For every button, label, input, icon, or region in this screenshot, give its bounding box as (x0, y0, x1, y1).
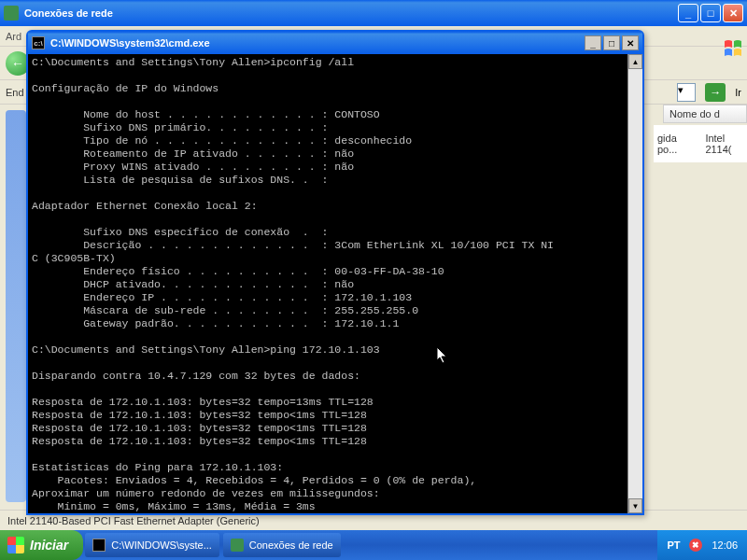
menu-file[interactable]: Ard (6, 31, 21, 42)
cmd-icon (92, 539, 106, 552)
minimize-button[interactable]: _ (678, 4, 698, 22)
error-icon[interactable]: ✖ (689, 539, 702, 552)
column-header-name[interactable]: Nome do d (663, 105, 747, 123)
address-dropdown[interactable]: ▾ (677, 83, 696, 102)
maximize-button[interactable]: □ (700, 4, 721, 22)
parent-titlebar[interactable]: Conexões de rede _ □ ✕ (0, 0, 747, 26)
taskbar-item-cmd[interactable]: C:\WINDOWS\syste... (85, 533, 219, 557)
clock[interactable]: 12:06 (712, 539, 738, 551)
cmd-title: C:\WINDOWS\system32\cmd.exe (50, 37, 210, 49)
close-button[interactable]: ✕ (723, 4, 743, 22)
cmd-titlebar[interactable]: c:\ C:\WINDOWS\system32\cmd.exe _ □ ✕ (28, 32, 642, 54)
scroll-up-button[interactable]: ▲ (628, 54, 642, 69)
windows-logo-icon (723, 39, 745, 58)
taskbar-item-network[interactable]: Conexões de rede (223, 533, 341, 557)
list-view[interactable]: gida po... Intel 2114( (654, 125, 747, 162)
cmd-maximize-button[interactable]: □ (603, 35, 620, 50)
cmd-terminal[interactable]: C:\Documents and Settings\Tony Allen>ipc… (28, 54, 627, 513)
cmd-window: c:\ C:\WINDOWS\system32\cmd.exe _ □ ✕ C:… (26, 30, 644, 515)
taskbar: Iniciar C:\WINDOWS\syste... Conexões de … (0, 530, 747, 560)
tasks-panel (6, 110, 26, 502)
cmd-icon: c:\ (32, 36, 45, 49)
cmd-close-button[interactable]: ✕ (622, 35, 639, 50)
cmd-minimize-button[interactable]: _ (585, 35, 601, 50)
scroll-track[interactable] (628, 69, 642, 498)
address-label: End (6, 87, 24, 98)
windows-flag-icon (7, 537, 24, 553)
scroll-down-button[interactable]: ▼ (628, 498, 642, 513)
system-tray: PT ✖ 12:06 (657, 530, 747, 560)
parent-title: Conexões de rede (24, 7, 113, 19)
go-button[interactable]: → (705, 83, 726, 102)
cmd-scrollbar[interactable]: ▲ ▼ (627, 54, 642, 513)
network-connections-icon (4, 6, 19, 21)
language-indicator[interactable]: PT (667, 539, 680, 551)
start-button[interactable]: Iniciar (0, 530, 83, 560)
network-connections-icon (231, 539, 244, 552)
list-item[interactable]: gida po... Intel 2114( (657, 133, 743, 155)
go-label: Ir (735, 87, 741, 98)
